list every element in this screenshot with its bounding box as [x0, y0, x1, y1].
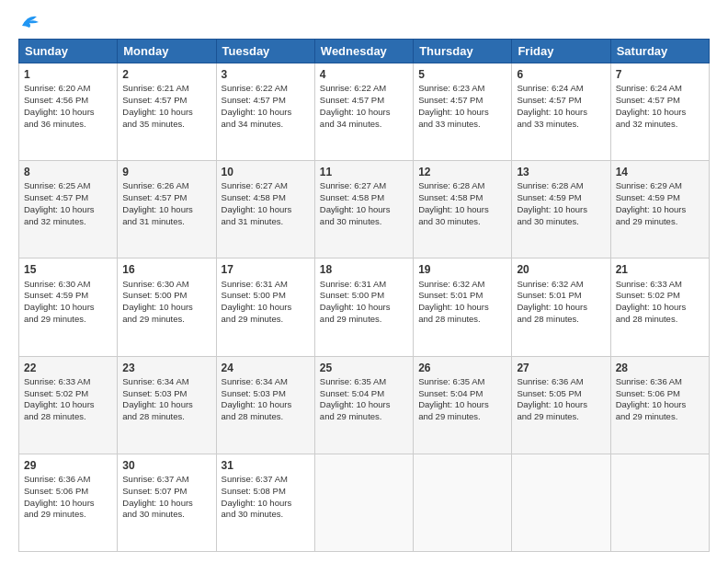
cell-content: Daylight: 10 hours [517, 302, 605, 314]
cell-content: and 28 minutes. [24, 411, 112, 423]
day-number: 19 [418, 262, 506, 277]
calendar-week-1: 1Sunrise: 6:20 AMSunset: 4:56 PMDaylight… [19, 63, 710, 161]
weekday-header-tuesday: Tuesday [216, 40, 314, 63]
cell-content: Sunrise: 6:36 AM [616, 376, 704, 388]
day-number: 1 [24, 67, 112, 82]
cell-content: Daylight: 10 hours [418, 399, 506, 411]
calendar-cell: 29Sunrise: 6:36 AMSunset: 5:06 PMDayligh… [19, 454, 118, 551]
day-number: 24 [222, 361, 310, 375]
cell-content: Sunset: 4:57 PM [24, 192, 112, 204]
cell-content: Sunset: 4:59 PM [517, 192, 605, 204]
cell-content: Sunrise: 6:37 AM [222, 474, 310, 486]
day-number: 31 [222, 458, 310, 473]
cell-content: Daylight: 10 hours [24, 302, 112, 314]
day-number: 2 [122, 67, 210, 82]
cell-content: Daylight: 10 hours [222, 302, 310, 314]
calendar-week-4: 22Sunrise: 6:33 AMSunset: 5:02 PMDayligh… [19, 356, 710, 454]
weekday-header-sunday: Sunday [19, 40, 118, 63]
cell-content: and 28 minutes. [517, 314, 605, 326]
cell-content: Sunset: 4:57 PM [320, 95, 408, 107]
cell-content: Sunset: 5:02 PM [616, 290, 704, 302]
calendar-cell [512, 454, 610, 551]
cell-content: Daylight: 10 hours [122, 302, 210, 314]
cell-content: Sunset: 4:58 PM [320, 192, 408, 204]
calendar-cell: 24Sunrise: 6:34 AMSunset: 5:03 PMDayligh… [216, 356, 314, 454]
calendar-cell: 14Sunrise: 6:29 AMSunset: 4:59 PMDayligh… [610, 161, 709, 259]
day-number: 4 [320, 67, 408, 82]
cell-content: Daylight: 10 hours [222, 107, 310, 119]
cell-content: and 28 minutes. [122, 411, 210, 423]
day-number: 15 [24, 262, 112, 277]
cell-content: Sunset: 5:01 PM [418, 290, 506, 302]
day-number: 8 [24, 165, 112, 179]
cell-content: Sunset: 5:08 PM [222, 486, 310, 498]
cell-content: Sunset: 4:59 PM [24, 290, 112, 302]
cell-content: Sunrise: 6:22 AM [320, 83, 408, 95]
cell-content: Daylight: 10 hours [222, 498, 310, 510]
cell-content: and 28 minutes. [222, 411, 310, 423]
header [18, 17, 710, 29]
cell-content: Sunrise: 6:36 AM [24, 474, 112, 486]
cell-content: Daylight: 10 hours [418, 302, 506, 314]
cell-content: Daylight: 10 hours [24, 498, 112, 510]
cell-content: and 29 minutes. [517, 411, 605, 423]
cell-content: Sunrise: 6:28 AM [517, 180, 605, 192]
cell-content: Sunrise: 6:27 AM [320, 180, 408, 192]
cell-content: and 30 minutes. [222, 509, 310, 521]
calendar-week-5: 29Sunrise: 6:36 AMSunset: 5:06 PMDayligh… [19, 454, 710, 551]
calendar-cell: 8Sunrise: 6:25 AMSunset: 4:57 PMDaylight… [19, 161, 118, 259]
calendar-cell: 15Sunrise: 6:30 AMSunset: 4:59 PMDayligh… [19, 259, 118, 356]
cell-content: Sunrise: 6:32 AM [418, 279, 506, 291]
calendar-cell: 28Sunrise: 6:36 AMSunset: 5:06 PMDayligh… [610, 356, 709, 454]
calendar-cell: 11Sunrise: 6:27 AMSunset: 4:58 PMDayligh… [314, 161, 413, 259]
cell-content: Sunrise: 6:31 AM [222, 279, 310, 291]
calendar-table: SundayMondayTuesdayWednesdayThursdayFrid… [18, 39, 710, 552]
cell-content: Daylight: 10 hours [122, 107, 210, 119]
cell-content: and 33 minutes. [517, 119, 605, 131]
cell-content: Sunrise: 6:25 AM [24, 180, 112, 192]
cell-content: Sunrise: 6:33 AM [616, 279, 704, 291]
cell-content: Daylight: 10 hours [320, 107, 408, 119]
day-number: 14 [616, 165, 704, 179]
cell-content: and 29 minutes. [616, 411, 704, 423]
cell-content: Daylight: 10 hours [320, 204, 408, 216]
calendar-cell: 27Sunrise: 6:36 AMSunset: 5:05 PMDayligh… [512, 356, 610, 454]
calendar-week-2: 8Sunrise: 6:25 AMSunset: 4:57 PMDaylight… [19, 161, 710, 259]
cell-content: Sunset: 5:02 PM [24, 388, 112, 400]
cell-content: Daylight: 10 hours [517, 107, 605, 119]
cell-content: and 33 minutes. [418, 119, 506, 131]
cell-content: Sunset: 4:57 PM [222, 95, 310, 107]
cell-content: and 28 minutes. [616, 314, 704, 326]
cell-content: Sunset: 5:06 PM [24, 486, 112, 498]
cell-content: Sunset: 5:04 PM [320, 388, 408, 400]
cell-content: Sunrise: 6:36 AM [517, 376, 605, 388]
cell-content: Sunset: 5:00 PM [320, 290, 408, 302]
cell-content: Sunset: 4:57 PM [418, 95, 506, 107]
day-number: 28 [616, 361, 704, 375]
cell-content: and 29 minutes. [24, 509, 112, 521]
weekday-header-thursday: Thursday [414, 40, 512, 63]
cell-content: Daylight: 10 hours [418, 204, 506, 216]
cell-content: Daylight: 10 hours [222, 204, 310, 216]
cell-content: and 36 minutes. [24, 119, 112, 131]
cell-content: Sunset: 5:01 PM [517, 290, 605, 302]
day-number: 9 [122, 165, 210, 179]
calendar-cell: 6Sunrise: 6:24 AMSunset: 4:57 PMDaylight… [512, 63, 610, 161]
day-number: 12 [418, 165, 506, 179]
cell-content: Daylight: 10 hours [320, 399, 408, 411]
day-number: 17 [222, 262, 310, 277]
day-number: 6 [517, 67, 605, 82]
cell-content: and 31 minutes. [122, 216, 210, 228]
cell-content: and 35 minutes. [122, 119, 210, 131]
cell-content: Daylight: 10 hours [616, 204, 704, 216]
calendar-cell: 1Sunrise: 6:20 AMSunset: 4:56 PMDaylight… [19, 63, 118, 161]
cell-content: and 32 minutes. [24, 216, 112, 228]
cell-content: Sunrise: 6:21 AM [122, 83, 210, 95]
day-number: 20 [517, 262, 605, 277]
cell-content: Sunset: 5:05 PM [517, 388, 605, 400]
calendar-cell: 21Sunrise: 6:33 AMSunset: 5:02 PMDayligh… [610, 259, 709, 356]
cell-content: Sunrise: 6:35 AM [418, 376, 506, 388]
cell-content: Daylight: 10 hours [517, 399, 605, 411]
cell-content: Daylight: 10 hours [616, 399, 704, 411]
cell-content: Sunrise: 6:29 AM [616, 180, 704, 192]
